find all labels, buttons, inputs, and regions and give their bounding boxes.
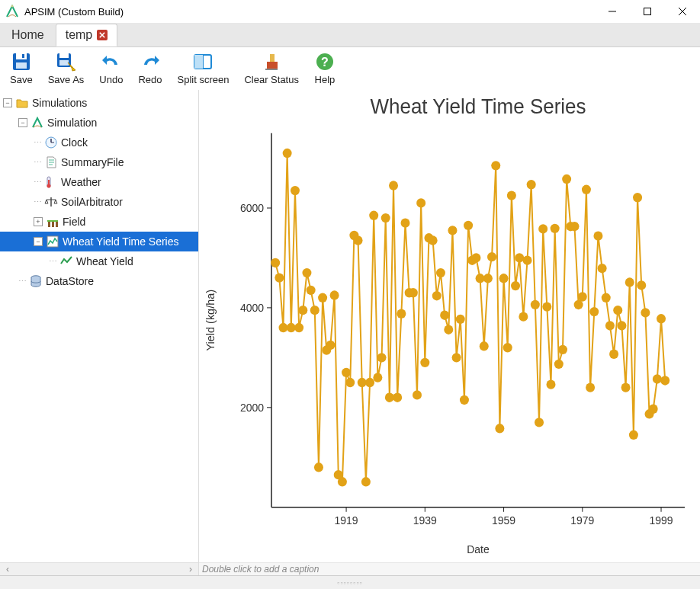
svg-point-133 xyxy=(574,300,583,309)
scroll-right-icon[interactable]: › xyxy=(185,564,196,575)
svg-point-152 xyxy=(649,405,658,414)
svg-point-120 xyxy=(523,256,532,265)
expand-icon[interactable]: + xyxy=(34,217,43,226)
tree-node-weather[interactable]: ⋯ Weather xyxy=(0,172,198,192)
svg-point-84 xyxy=(381,213,390,222)
tree-connector: ⋯ xyxy=(34,178,43,187)
collapse-icon[interactable]: − xyxy=(18,118,27,127)
svg-point-136 xyxy=(586,383,595,392)
collapse-icon[interactable]: − xyxy=(3,98,12,107)
svg-point-82 xyxy=(373,373,382,382)
tree-label: Simulations xyxy=(32,97,87,109)
svg-point-147 xyxy=(629,431,638,440)
svg-point-66 xyxy=(310,306,319,315)
svg-point-92 xyxy=(413,390,422,399)
tree-connector: ⋯ xyxy=(49,257,58,267)
close-icon[interactable] xyxy=(97,30,108,40)
chart-icon xyxy=(46,235,59,248)
chart-caption[interactable]: Double click to add a caption xyxy=(199,562,700,575)
clock-icon xyxy=(44,136,58,149)
app-icon xyxy=(5,4,20,19)
tree-label: Field xyxy=(63,216,85,228)
saveas-button[interactable]: Save As xyxy=(43,50,90,91)
svg-point-105 xyxy=(464,221,473,230)
tree-label: SoilArbitrator xyxy=(61,196,123,208)
tree-connector: ⋯ xyxy=(18,277,27,286)
svg-point-123 xyxy=(535,418,544,427)
tab-file-label: temp xyxy=(66,28,93,42)
redo-button[interactable]: Redo xyxy=(133,50,167,91)
svg-point-70 xyxy=(326,341,335,350)
svg-point-146 xyxy=(625,277,634,286)
svg-point-130 xyxy=(562,174,571,184)
field-icon xyxy=(46,215,59,229)
svg-point-144 xyxy=(617,321,626,330)
svg-point-141 xyxy=(605,321,615,330)
svg-point-149 xyxy=(637,280,646,290)
svg-rect-12 xyxy=(59,53,69,58)
svg-text:1919: 1919 xyxy=(335,514,358,527)
titlebar: APSIM (Custom Build) xyxy=(0,0,700,23)
saveas-label: Save As xyxy=(48,74,85,85)
svg-rect-29 xyxy=(48,222,50,227)
maximize-button[interactable] xyxy=(630,0,665,23)
svg-point-99 xyxy=(440,311,449,320)
window-controls xyxy=(595,0,700,23)
svg-point-74 xyxy=(342,368,351,377)
scroll-left-icon[interactable]: ‹ xyxy=(2,564,13,575)
svg-point-75 xyxy=(345,378,355,387)
minimize-button[interactable] xyxy=(595,0,630,23)
svg-point-63 xyxy=(298,306,307,315)
line-icon xyxy=(59,254,73,268)
horizontal-scrollbar[interactable]: ‹ › xyxy=(0,562,198,575)
tree-label: Weather xyxy=(61,176,101,188)
tree-node-series[interactable]: − Wheat Yield Time Series xyxy=(0,232,198,251)
svg-point-121 xyxy=(527,180,536,189)
resize-grip-icon[interactable]: ▫▫▫▫▫▫▫▫ xyxy=(337,579,363,587)
svg-point-77 xyxy=(354,235,363,245)
svg-point-78 xyxy=(358,378,367,387)
tree-label: Wheat Yield xyxy=(76,255,133,267)
tree-connector: ⋯ xyxy=(34,158,43,168)
svg-point-108 xyxy=(476,274,485,283)
svg-point-104 xyxy=(460,395,469,405)
tree-label: Wheat Yield Time Series xyxy=(63,235,179,248)
svg-point-73 xyxy=(338,477,347,486)
splitscreen-button[interactable]: Split screen xyxy=(172,50,235,91)
chart-area[interactable]: Wheat Yield Time Series20004000600019191… xyxy=(199,90,700,562)
svg-point-83 xyxy=(377,353,387,362)
tree-node-yield[interactable]: ⋯ Wheat Yield xyxy=(0,251,198,271)
tree-node-summary[interactable]: ⋯ SummaryFile xyxy=(0,152,198,172)
tree-view[interactable]: − Simulations − Simulation ⋯ Clock ⋯ Sum… xyxy=(0,90,198,562)
tree-node-simulation[interactable]: − Simulation xyxy=(0,113,198,133)
tree-node-field[interactable]: + Field xyxy=(0,212,198,232)
svg-point-116 xyxy=(507,190,516,200)
undo-button[interactable]: Undo xyxy=(94,50,128,91)
tree-label: SummaryFile xyxy=(61,156,124,168)
clearstatus-button[interactable]: Clear Status xyxy=(239,50,304,91)
weather-icon xyxy=(44,175,58,189)
tree-node-simulations[interactable]: − Simulations xyxy=(0,93,198,113)
save-button[interactable]: Save xyxy=(5,50,38,91)
svg-rect-17 xyxy=(267,62,278,69)
tab-home[interactable]: Home xyxy=(0,24,56,46)
side-panel: − Simulations − Simulation ⋯ Clock ⋯ Sum… xyxy=(0,90,199,575)
svg-point-150 xyxy=(641,308,650,317)
svg-point-103 xyxy=(456,315,465,324)
close-button[interactable] xyxy=(665,0,700,23)
collapse-icon[interactable]: − xyxy=(34,237,43,246)
save-label: Save xyxy=(10,74,33,85)
svg-point-154 xyxy=(657,314,666,323)
tab-file[interactable]: temp xyxy=(56,24,118,46)
svg-point-127 xyxy=(551,224,560,233)
help-button[interactable]: ? Help xyxy=(309,50,341,91)
svg-point-96 xyxy=(429,235,438,245)
svg-text:Yield (kg/ha): Yield (kg/ha) xyxy=(204,290,217,351)
tree-node-datastore[interactable]: ⋯ DataStore xyxy=(0,271,198,291)
svg-point-135 xyxy=(582,185,591,194)
tree-node-soil[interactable]: ⋯ SoilArbitrator xyxy=(0,192,198,212)
chart-svg: Wheat Yield Time Series20004000600019191… xyxy=(199,90,700,562)
svg-text:1959: 1959 xyxy=(492,514,515,527)
svg-point-115 xyxy=(503,343,512,352)
tree-node-clock[interactable]: ⋯ Clock xyxy=(0,133,198,152)
